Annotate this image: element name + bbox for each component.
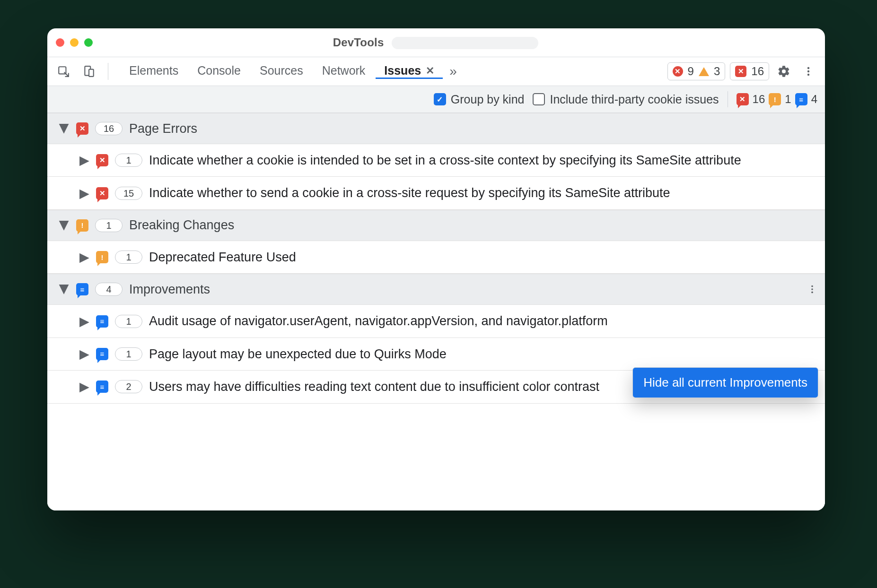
panel-tabs: Elements Console Sources Network Issues …	[121, 64, 462, 79]
group-breaking-changes[interactable]: ▶ ! 1 Breaking Changes	[47, 210, 825, 241]
page-error-icon: ✕	[96, 154, 108, 166]
issue-item[interactable]: ▶ ! 1 Deprecated Feature Used	[47, 241, 825, 274]
breaking-change-icon: !	[76, 219, 88, 232]
group-by-kind-checkbox[interactable]: ✓ Group by kind	[434, 93, 525, 106]
issue-count: 1	[115, 251, 142, 264]
group-menu-icon[interactable]	[807, 284, 817, 294]
issue-count: 15	[115, 187, 142, 200]
tab-issues[interactable]: Issues ✕	[376, 64, 443, 79]
checkbox-checked-icon: ✓	[434, 93, 446, 105]
include-third-party-checkbox[interactable]: Include third-party cookie issues	[533, 93, 719, 106]
window-title-text: DevTools	[333, 36, 384, 49]
issue-item[interactable]: ▶ ✕ 15 Indicate whether to send a cookie…	[47, 177, 825, 209]
issue-title: Page layout may be unexpected due to Qui…	[149, 346, 817, 363]
issues-count: 16	[751, 65, 764, 78]
issue-count: 1	[115, 154, 142, 167]
group-page-errors[interactable]: ▶ ✕ 16 Page Errors	[47, 113, 825, 144]
group-improvements[interactable]: ▶ ≡ 4 Improvements	[47, 274, 825, 305]
devtools-window: DevTools Elements Cons	[47, 28, 825, 510]
page-error-icon: ✕	[737, 93, 749, 105]
console-errors-badge[interactable]: ✕ 9 3	[667, 62, 726, 80]
improvement-filter-count: 4	[811, 93, 817, 106]
svg-point-6	[811, 285, 813, 287]
improvement-icon: ≡	[96, 348, 108, 360]
page-error-filter-count: 16	[753, 93, 765, 106]
settings-icon[interactable]	[774, 61, 794, 81]
issue-item[interactable]: ▶ ≡ 1 Page layout may be unexpected due …	[47, 338, 825, 371]
issue-item[interactable]: ▶ ≡ 1 Audit usage of navigator.userAgent…	[47, 305, 825, 337]
separator	[728, 91, 728, 107]
warning-count: 3	[714, 65, 720, 78]
separator	[108, 63, 108, 80]
chevron-down-icon: ▶	[57, 124, 72, 134]
chevron-right-icon: ▶	[79, 153, 89, 168]
issues-filter-bar: ✓ Group by kind Include third-party cook…	[47, 86, 825, 113]
issue-kind-counts: ✕ 16 ! 1 ≡ 4	[737, 93, 817, 106]
issue-count: 1	[115, 347, 142, 361]
hide-improvements-menu-item[interactable]: Hide all current Improvements	[633, 368, 818, 398]
page-error-icon: ✕	[76, 122, 88, 135]
context-menu: Hide all current Improvements	[632, 367, 818, 398]
svg-point-3	[807, 67, 809, 69]
group-count: 1	[95, 219, 123, 232]
redacted-url	[392, 37, 538, 49]
issues-counter-badge[interactable]: ✕ 16	[730, 62, 769, 80]
issue-title: Deprecated Feature Used	[149, 249, 817, 266]
chevron-right-icon: ▶	[79, 250, 89, 265]
tab-sources[interactable]: Sources	[251, 64, 312, 79]
error-square-icon: ✕	[735, 66, 746, 77]
tab-elements[interactable]: Elements	[121, 64, 187, 79]
svg-point-7	[811, 288, 813, 290]
improvement-icon: ≡	[96, 315, 108, 328]
main-menu-icon[interactable]	[798, 61, 818, 81]
improvement-icon: ≡	[76, 283, 88, 295]
svg-point-5	[807, 74, 809, 76]
tab-console[interactable]: Console	[189, 64, 249, 79]
breaking-change-icon: !	[769, 93, 781, 105]
chevron-right-icon: ▶	[79, 379, 89, 394]
issue-title: Indicate whether to send a cookie in a c…	[149, 184, 817, 201]
chevron-right-icon: ▶	[79, 186, 89, 201]
group-label: Improvements	[129, 282, 210, 297]
issue-item[interactable]: ▶ ✕ 1 Indicate whether a cookie is inten…	[47, 144, 825, 177]
improvement-icon: ≡	[795, 93, 807, 105]
chevron-right-icon: ▶	[79, 314, 89, 329]
close-window-button[interactable]	[56, 38, 64, 47]
chevron-right-icon: ▶	[79, 346, 89, 362]
checkbox-unchecked-icon	[533, 93, 545, 105]
chevron-down-icon: ▶	[57, 220, 72, 230]
breaking-change-icon: !	[96, 251, 108, 263]
chevron-down-icon: ▶	[57, 285, 72, 294]
device-toggle-icon[interactable]	[79, 62, 98, 81]
issues-list: ▶ ✕ 16 Page Errors ▶ ✕ 1 Indicate whethe…	[47, 113, 825, 510]
issue-count: 1	[115, 315, 142, 328]
titlebar: DevTools	[47, 28, 825, 57]
issue-title: Indicate whether a cookie is intended to…	[149, 152, 817, 169]
tab-network[interactable]: Network	[314, 64, 374, 79]
inspect-icon[interactable]	[54, 62, 73, 81]
issue-count: 2	[115, 380, 142, 393]
breaking-filter-count: 1	[785, 93, 791, 106]
svg-point-8	[811, 292, 813, 294]
more-tabs-icon[interactable]: »	[445, 64, 462, 79]
group-label: Breaking Changes	[129, 218, 234, 233]
main-toolbar: Elements Console Sources Network Issues …	[47, 57, 825, 86]
error-circle-icon: ✕	[673, 66, 683, 77]
group-label: Page Errors	[129, 121, 197, 136]
svg-point-4	[807, 70, 809, 72]
svg-rect-2	[89, 69, 94, 77]
group-count: 16	[95, 122, 123, 135]
improvement-icon: ≡	[96, 380, 108, 393]
issue-title: Audit usage of navigator.userAgent, navi…	[149, 312, 817, 329]
close-tab-icon[interactable]: ✕	[426, 65, 434, 77]
error-count: 9	[688, 65, 694, 78]
warning-triangle-icon	[699, 67, 709, 76]
page-error-icon: ✕	[96, 187, 108, 199]
window-title: DevTools	[74, 36, 798, 50]
group-count: 4	[95, 283, 123, 296]
